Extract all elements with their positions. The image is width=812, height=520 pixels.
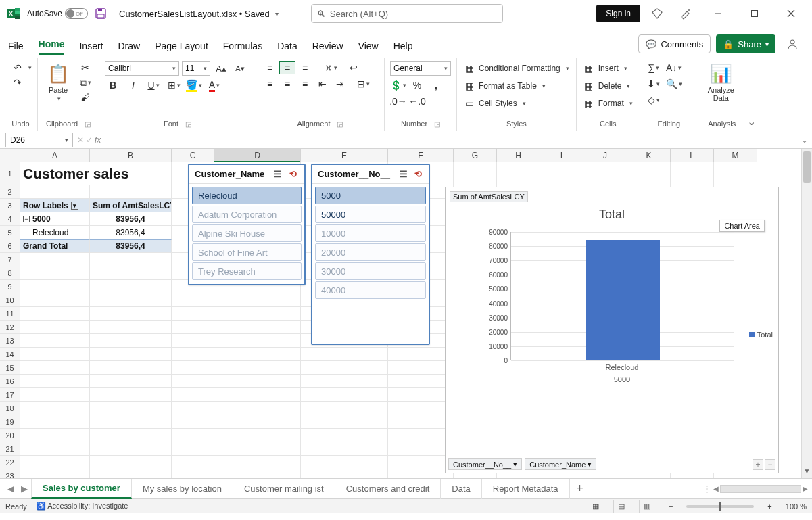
- col-header[interactable]: B: [90, 149, 172, 162]
- align-top-button[interactable]: ≡: [262, 61, 278, 74]
- chart-field-button[interactable]: Sum of AmtSalesLCY: [450, 191, 528, 202]
- name-box[interactable]: D26▾: [5, 133, 73, 147]
- tab-home[interactable]: Home: [39, 34, 65, 55]
- signin-button[interactable]: Sign in: [596, 5, 640, 22]
- decrease-font-button[interactable]: A▾: [232, 62, 248, 75]
- window-minimize-button[interactable]: [702, 2, 734, 25]
- col-header[interactable]: L: [671, 149, 714, 162]
- underline-button[interactable]: U▾: [145, 78, 162, 92]
- row-header[interactable]: 6: [0, 239, 20, 253]
- slicer-item[interactable]: Trey Research: [192, 262, 302, 280]
- paste-button[interactable]: 📋 Paste ▾: [43, 61, 73, 105]
- diamond-icon[interactable]: [646, 2, 669, 25]
- sheet-tab[interactable]: Report Metadata: [482, 479, 570, 499]
- chart-filter-button[interactable]: Customer__No__▾: [448, 458, 522, 470]
- delete-cells-button[interactable]: ▦Delete▾: [582, 78, 634, 93]
- row-header[interactable]: 15: [0, 361, 20, 375]
- tab-help[interactable]: Help: [393, 37, 413, 55]
- slicer-item[interactable]: 10000: [315, 224, 426, 242]
- italic-button[interactable]: I: [125, 78, 141, 92]
- page-break-view-button[interactable]: ▥: [639, 500, 655, 513]
- expand-formula-bar-button[interactable]: ⌄: [797, 135, 812, 145]
- col-header[interactable]: D: [214, 149, 301, 162]
- copy-button[interactable]: ⧉▾: [77, 76, 93, 89]
- ribbon-collapse-button[interactable]: ⌄: [746, 58, 758, 131]
- chart-collapse-icon[interactable]: −: [765, 459, 775, 470]
- row-header[interactable]: 21: [0, 442, 20, 456]
- autosave-toggle[interactable]: AutoSave Off: [27, 8, 88, 19]
- accessibility-status[interactable]: ♿ Accessibility: Investigate: [37, 502, 128, 511]
- zoom-level[interactable]: 100 %: [786, 502, 807, 511]
- collapse-icon[interactable]: −: [23, 216, 30, 222]
- select-all-corner[interactable]: [0, 149, 20, 162]
- enter-formula-icon[interactable]: ✓: [86, 135, 93, 145]
- chart-bar[interactable]: [586, 240, 660, 360]
- row-header[interactable]: 1: [0, 162, 20, 185]
- border-button[interactable]: ⊞▾: [166, 78, 182, 92]
- row-header[interactable]: 11: [0, 307, 20, 321]
- row-header[interactable]: 14: [0, 348, 20, 361]
- clear-filter-icon[interactable]: ⟲: [288, 168, 299, 181]
- row-header[interactable]: 7: [0, 253, 20, 266]
- pivot-value[interactable]: 83956,4: [90, 212, 172, 226]
- percent-button[interactable]: %: [409, 78, 425, 92]
- dialog-launcher-icon[interactable]: ◲: [337, 120, 343, 128]
- row-header[interactable]: 18: [0, 402, 20, 415]
- sheet-tab[interactable]: Data: [441, 479, 481, 499]
- slicer-item[interactable]: 50000: [315, 206, 426, 223]
- pivot-row-labels-header[interactable]: Row Labels▾: [20, 199, 90, 212]
- tab-insert[interactable]: Insert: [79, 37, 103, 55]
- increase-indent-button[interactable]: ⇥: [332, 77, 348, 91]
- row-header[interactable]: 8: [0, 266, 20, 280]
- slicer-item[interactable]: Alpine Ski House: [192, 224, 302, 242]
- row-header[interactable]: 2: [0, 185, 20, 199]
- slicer-item[interactable]: 40000: [315, 281, 426, 299]
- filter-icon[interactable]: ▾: [71, 202, 78, 210]
- tab-data[interactable]: Data: [277, 37, 297, 55]
- comments-button[interactable]: 💬Comments: [638, 34, 711, 53]
- align-left-button[interactable]: ≡: [262, 77, 278, 91]
- formula-input[interactable]: [105, 133, 797, 147]
- align-bottom-button[interactable]: ≡: [297, 61, 313, 74]
- font-name-select[interactable]: Calibri▾: [105, 61, 179, 76]
- clear-button[interactable]: ◇▾: [646, 93, 662, 107]
- zoom-thumb[interactable]: [719, 502, 721, 511]
- pivot-chart[interactable]: Sum of AmtSalesLCY Total Chart Area 0100…: [445, 187, 779, 473]
- row-header[interactable]: 13: [0, 334, 20, 348]
- pivot-sum-header[interactable]: Sum of AmtSalesLCY: [90, 199, 172, 212]
- decrease-indent-button[interactable]: ⇤: [314, 77, 331, 91]
- vertical-scrollbar[interactable]: ▲ ▼: [801, 149, 812, 478]
- tab-file[interactable]: File: [8, 37, 24, 55]
- format-cells-button[interactable]: ▦Format▾: [582, 96, 634, 111]
- tab-view[interactable]: View: [358, 37, 379, 55]
- row-header[interactable]: 4: [0, 212, 20, 226]
- cancel-formula-icon[interactable]: ✕: [77, 135, 84, 145]
- row-header[interactable]: 17: [0, 388, 20, 402]
- increase-font-button[interactable]: A▴: [213, 62, 229, 75]
- normal-view-button[interactable]: ▦: [588, 500, 604, 513]
- multiselect-icon[interactable]: ☰: [272, 168, 283, 181]
- col-header[interactable]: K: [627, 149, 671, 162]
- grid[interactable]: A B C D E F G H I J K L M 1 Customer sal…: [0, 149, 812, 478]
- cut-button[interactable]: ✂: [77, 61, 93, 74]
- analyze-data-button[interactable]: 📊 Analyze Data: [704, 61, 738, 105]
- col-header[interactable]: J: [583, 149, 627, 162]
- slicer-item[interactable]: School of Fine Art: [192, 243, 302, 261]
- row-header[interactable]: 20: [0, 429, 20, 442]
- undo-button[interactable]: ↶: [9, 61, 26, 74]
- zoom-slider[interactable]: [686, 505, 754, 508]
- pivot-grand-total-value[interactable]: 83956,4: [90, 239, 172, 253]
- col-header[interactable]: C: [172, 149, 214, 162]
- col-header[interactable]: I: [540, 149, 583, 162]
- font-size-select[interactable]: 11▾: [182, 61, 210, 76]
- number-format-select[interactable]: General▾: [390, 61, 451, 76]
- dialog-launcher-icon[interactable]: ◲: [185, 120, 191, 128]
- align-right-button[interactable]: ≡: [297, 77, 313, 91]
- new-sheet-button[interactable]: +: [570, 481, 590, 496]
- filename[interactable]: CustomerSalesListLayout.xlsx • Saved: [119, 9, 270, 19]
- search-input[interactable]: 🔍︎ Search (Alt+Q): [311, 4, 503, 23]
- user-icon[interactable]: [781, 32, 804, 55]
- row-header[interactable]: 19: [0, 415, 20, 429]
- tab-page-layout[interactable]: Page Layout: [155, 37, 208, 55]
- fx-icon[interactable]: fx: [95, 135, 101, 145]
